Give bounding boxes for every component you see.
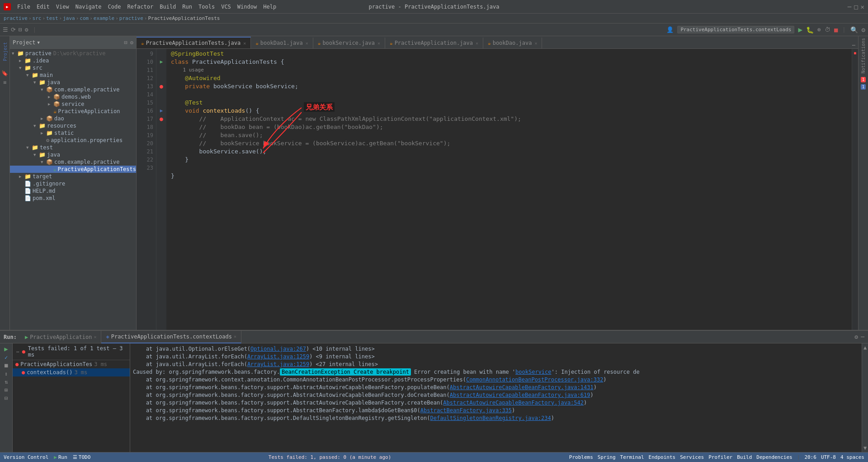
spring-btn[interactable]: Spring [598, 454, 616, 460]
collapse-all-icon[interactable]: ⊟ [124, 39, 127, 46]
run-config-dropdown[interactable]: PractiveApplicationTests.contextLoads [677, 26, 794, 33]
tree-item-java-main[interactable]: ▼ 📁 java [10, 79, 136, 86]
indent-indicator[interactable]: 4 spaces [840, 454, 864, 460]
tree-item-java-test[interactable]: ▼ 📁 java [10, 151, 136, 158]
stop-button[interactable]: ■ [834, 26, 838, 33]
menu-refactor[interactable]: Refactor [127, 4, 153, 10]
settings-icon[interactable]: ⚙ [130, 39, 133, 46]
scroll-down-icon[interactable]: ▼ [863, 445, 867, 451]
close-icon[interactable]: ✕ [234, 334, 236, 339]
build-btn[interactable]: Build [737, 454, 752, 460]
tab-bookdao[interactable]: ☕ bookDao.java ✕ [483, 38, 542, 48]
menu-file[interactable]: File [17, 4, 30, 10]
services-btn[interactable]: Services [680, 454, 704, 460]
toolbar-sync-icon[interactable]: ⟳ [11, 26, 16, 33]
tree-item-pomxml[interactable]: ▶ 📄 pom.xml [10, 195, 136, 202]
terminal-btn[interactable]: Terminal [620, 454, 644, 460]
close-icon[interactable]: ✕ [306, 41, 308, 46]
tree-item-practive-tests[interactable]: ▶ ☕ PractiveApplicationTests [10, 166, 136, 173]
encoding-indicator[interactable]: UTF-8 [821, 454, 836, 460]
tree-item-src[interactable]: ▼ 📁 src [10, 64, 136, 71]
maximize-button[interactable]: □ [854, 3, 858, 10]
tree-item-properties[interactable]: ▶ ⚙ application.properties [10, 137, 136, 144]
tree-item-root[interactable]: ▼ 📁 practive D:\work\practive [10, 50, 136, 57]
bean-creation-highlight[interactable]: BeanCreationException Create breakpoint [280, 368, 411, 376]
todo-btn[interactable]: ☰ TODO [73, 454, 91, 460]
menu-vcs[interactable]: VCS [221, 4, 231, 10]
menu-run[interactable]: Run [182, 4, 192, 10]
settings-icon[interactable]: ⚙ [854, 333, 858, 340]
breadcrumb-part[interactable]: com [80, 15, 89, 21]
minimize-button[interactable]: ─ [848, 3, 851, 10]
close-icon[interactable]: ✕ [534, 41, 537, 46]
run-tab-practive[interactable]: ▶ PractiveApplication ✕ [20, 331, 102, 343]
filter-icon[interactable]: ⇅ [5, 379, 8, 385]
debug-gutter[interactable]: ▶ [156, 107, 166, 115]
tree-item-main[interactable]: ▼ 📁 main [10, 71, 136, 79]
settings-icon[interactable]: ⚙ [862, 26, 865, 33]
close-icon[interactable]: ✕ [476, 41, 478, 46]
more-tabs-icon[interactable]: ⋯ [852, 42, 855, 48]
rerun-button[interactable]: ✓ [5, 354, 8, 361]
tab-bookdao1[interactable]: ☕ bookDao1.java ✕ [251, 38, 313, 48]
tree-item-demos[interactable]: ▶ 📦 demos.web [10, 93, 136, 100]
run-gutter[interactable]: ▶ [156, 58, 166, 66]
menu-view[interactable]: View [56, 4, 69, 10]
close-icon[interactable]: ✕ [377, 41, 380, 46]
breadcrumb-part[interactable]: practive [119, 15, 143, 21]
menu-navigate[interactable]: Navigate [75, 4, 102, 10]
dropdown-arrow[interactable]: ▼ [38, 40, 40, 45]
close-button[interactable]: ✕ [861, 3, 864, 10]
breadcrumb-part[interactable]: src [33, 15, 42, 21]
run-tab-tests[interactable]: ◈ PractiveApplicationTests.contextLoads … [101, 331, 241, 343]
breadcrumb-part[interactable]: practive [4, 15, 28, 21]
scroll-up-icon[interactable]: ▲ [863, 344, 867, 351]
coverage-button[interactable]: ⊕ [817, 26, 821, 33]
menu-edit[interactable]: Edit [37, 4, 50, 10]
profile-icon[interactable]: 👤 [666, 26, 674, 33]
menu-window[interactable]: Window [237, 4, 257, 10]
tree-item-test[interactable]: ▼ 📁 test [10, 144, 136, 151]
expand-all-icon[interactable]: ⋯ [16, 349, 19, 355]
breadcrumb-part[interactable]: test [46, 15, 58, 21]
problems-btn[interactable]: Problems [569, 454, 593, 460]
tree-item-idea[interactable]: ▶ 📁 .idea [10, 57, 136, 64]
breakpoint-gutter-13[interactable]: ● [156, 82, 166, 90]
debug-button[interactable]: 🐛 [806, 26, 814, 33]
breadcrumb-part[interactable]: example [94, 15, 114, 21]
bookmarks-icon[interactable]: 🔖 [0, 69, 9, 78]
run-green-button[interactable]: ▶ [4, 345, 8, 352]
breadcrumb-part[interactable]: PractiveApplicationTests [148, 15, 220, 21]
tree-item-dao[interactable]: ▶ 📦 dao [10, 115, 136, 122]
endpoints-btn[interactable]: Endpoints [649, 454, 676, 460]
profile-button[interactable]: ⏱ [825, 26, 830, 33]
menu-tools[interactable]: Tools [198, 4, 215, 10]
profiler-btn[interactable]: Profiler [708, 454, 732, 460]
tree-item-static[interactable]: ▶ 📁 static [10, 129, 136, 137]
toolbar-settings-icon[interactable]: ⚙ [25, 26, 28, 33]
toolbar-collapse-icon[interactable]: ⊟ [19, 26, 22, 33]
tree-item-practive-app[interactable]: ▶ ☕ PractiveApplication [10, 108, 136, 115]
version-control-btn[interactable]: Version Control [4, 454, 48, 460]
notification-icon[interactable]: Notifications [861, 38, 866, 73]
minimize-panel-icon[interactable]: ─ [861, 333, 864, 340]
tree-item-package-main[interactable]: ▼ 📦 com.example.practive [10, 86, 136, 93]
tree-item-target[interactable]: ▶ 📁 target [10, 173, 136, 180]
run-button[interactable]: ▶ [798, 25, 802, 34]
dependencies-btn[interactable]: Dependencies [756, 454, 792, 460]
sort-icon[interactable]: ↕ [5, 371, 8, 377]
run-tree-root[interactable]: ● PractiveApplicationTes 3 ms [13, 360, 130, 368]
tree-item-gitignore[interactable]: ▶ 📄 .gitignore [10, 180, 136, 187]
run-tree-method[interactable]: ● contextLoads() 3 ms [13, 368, 130, 376]
tree-item-helpmd[interactable]: ▶ 📄 HELP.md [10, 187, 136, 195]
tree-item-package-test[interactable]: ▼ 📦 com.example.practive [10, 158, 136, 166]
search-icon[interactable]: 🔍 [850, 26, 858, 33]
breakpoint-gutter-17[interactable]: ● [156, 115, 166, 123]
tab-practive-tests[interactable]: ☕ PractiveApplicationTests.java ✕ [137, 37, 251, 48]
close-icon[interactable]: ✕ [94, 334, 96, 339]
menu-code[interactable]: Code [108, 4, 121, 10]
tab-bookservice[interactable]: ☕ bookService.java ✕ [313, 38, 385, 48]
expand-icon[interactable]: ⊞ [5, 387, 8, 393]
run-btn[interactable]: ▶ Run [54, 454, 67, 460]
menu-build[interactable]: Build [160, 4, 176, 10]
